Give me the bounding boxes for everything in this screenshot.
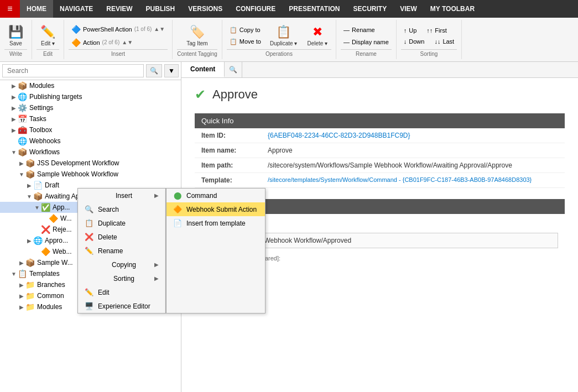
display-name-button[interactable]: — Display name <box>341 37 392 47</box>
page-title-row: ✔ Approve <box>195 87 565 102</box>
search-bar: 🔍 ▼ <box>0 62 181 80</box>
menu-publish[interactable]: PUBLISH <box>139 0 182 18</box>
tag-item-button[interactable]: 🏷️ Tag Item <box>183 23 211 48</box>
cm-exp-icon: 🖥️ <box>85 302 93 310</box>
cm-edit-icon: ✏️ <box>85 288 93 296</box>
edit-group-label: Edit <box>37 49 59 57</box>
cm-copying-icon <box>85 260 93 269</box>
approve-label: App... <box>53 203 70 211</box>
hamburger-button[interactable]: ≡ <box>0 0 20 18</box>
tree-item-modules[interactable]: ▶ 📦 Modules <box>0 80 181 91</box>
rename-icon: — <box>343 27 350 33</box>
toggle-webhook-sub <box>41 216 49 222</box>
menu-configure[interactable]: CONFIGURE <box>229 0 282 18</box>
action-button[interactable]: 🔶 Action (2 of 6) ▲▼ <box>69 36 168 49</box>
ribbon-group-rename: — Rename — Display name Rename <box>336 20 397 59</box>
cm-sorting[interactable]: Sorting ▶ <box>78 271 165 285</box>
tree-item-settings[interactable]: ▶ ⚙️ Settings <box>0 102 181 113</box>
rename-button[interactable]: — Rename <box>341 25 392 35</box>
webhooks-icon: 🌐 <box>18 137 27 145</box>
webhook-sub-icon: 🔶 <box>49 214 58 223</box>
delete-icon: ✖ <box>313 25 322 39</box>
cm-copying[interactable]: Copying ▶ <box>78 258 165 271</box>
copy-to-button[interactable]: 📋 Copy to <box>227 25 264 35</box>
page-title: Approve <box>212 87 258 102</box>
tree-item-tasks[interactable]: ▶ 📅 Tasks <box>0 113 181 124</box>
sub-webhook-submit[interactable]: 🔶 Webhook Submit Action <box>166 202 265 216</box>
jss-label: JSS Development Workflow <box>37 159 119 167</box>
tree-item-sample-webhook-workflow[interactable]: ▼ 📦 Sample Webhook Workflow <box>0 169 181 180</box>
tree-item-jss-workflow[interactable]: ▶ 📦 JSS Development Workflow <box>0 158 181 169</box>
action-chevron[interactable]: ▲▼ <box>122 39 133 45</box>
menu-presentation[interactable]: PRESENTATION <box>282 0 346 18</box>
modules-icon: 📦 <box>18 81 27 90</box>
tree-item-workflows[interactable]: ▼ 📦 Workflows <box>0 147 181 158</box>
sort-first-button[interactable]: ↑↑ First <box>424 25 449 35</box>
save-button[interactable]: 💾 Save <box>4 23 27 48</box>
item-id-row: Item ID: {6AEBF048-2234-46CC-82D3-2D948B… <box>195 128 565 143</box>
save-label: Save <box>9 40 22 46</box>
tree-item-publishing-targets[interactable]: ▶ 🌐 Publishing targets <box>0 91 181 102</box>
down-label: Down <box>409 38 424 45</box>
write-group-label: Write <box>4 49 27 57</box>
cm-edit[interactable]: ✏️ Edit <box>78 285 165 299</box>
settings-label: Settings <box>29 104 53 112</box>
sort-down-button[interactable]: ↓ Down <box>401 36 428 46</box>
cm-experience-editor[interactable]: 🖥️ Experience Editor <box>78 299 165 313</box>
delete-button[interactable]: ✖ Delete ▾ <box>303 23 331 48</box>
item-path-row: Item path: /sitecore/system/Workflows/Sa… <box>195 158 565 173</box>
cm-sorting-icon <box>85 274 93 283</box>
sort-last-button[interactable]: ↓↓ Last <box>431 36 457 46</box>
cm-duplicate-label: Duplicate <box>98 219 126 227</box>
wh-approved-icon: 🔶 <box>41 247 50 256</box>
sub-template-icon: 📄 <box>173 219 182 227</box>
sort-up-button[interactable]: ↑ Up <box>401 25 420 35</box>
item-name-row: Item name: Approve <box>195 143 565 158</box>
cm-insert-label: Insert <box>116 192 132 200</box>
cm-duplicate[interactable]: 📋 Duplicate <box>78 216 165 230</box>
cm-search-label: Search <box>98 206 119 213</box>
edit-button[interactable]: ✏️ Edit ▾ <box>37 23 59 48</box>
menu-home[interactable]: HOME <box>20 0 53 18</box>
tab-search[interactable]: 🔍 <box>225 62 242 77</box>
ribbon: 💾 Save Write ✏️ Edit ▾ Edit 🔷 PowerShell… <box>0 18 578 62</box>
display-name-label: Display name <box>352 39 389 45</box>
context-menu: Insert ▶ 🔍 Search 📋 Duplicate ❌ Delete ✏… <box>77 188 166 313</box>
menu-security[interactable]: SECURITY <box>347 0 394 18</box>
cm-insert[interactable]: Insert ▶ <box>78 189 165 202</box>
powershell-chevron[interactable]: ▲▼ <box>154 26 165 32</box>
cm-rename[interactable]: ✏️ Rename <box>78 244 165 258</box>
menu-versions[interactable]: VERSIONS <box>181 0 229 18</box>
menu-review[interactable]: REVIEW <box>100 0 139 18</box>
move-to-button[interactable]: 📋 Move to <box>227 36 264 47</box>
tree-item-webhooks[interactable]: 🌐 Webhooks <box>0 135 181 147</box>
menu-mytoolbar[interactable]: MY TOOLBAR <box>424 0 481 18</box>
cm-delete-label: Delete <box>98 233 117 241</box>
cm-delete[interactable]: ❌ Delete <box>78 230 165 244</box>
modules2-icon: 📁 <box>25 302 35 311</box>
toggle-common: ▶ <box>18 293 25 299</box>
toggle-tasks: ▶ <box>10 116 18 122</box>
powershell-label: PowerShell Action <box>83 26 132 33</box>
tab-content[interactable]: Content <box>181 62 225 77</box>
workflows-icon: 📦 <box>18 148 27 156</box>
approved-label: Appro... <box>45 237 68 244</box>
toggle-webhooks <box>10 138 18 144</box>
sample-wf-icon: 📦 <box>25 170 35 179</box>
powershell-action-button[interactable]: 🔷 PowerShell Action (1 of 6) ▲▼ <box>69 23 168 35</box>
toggle-sample-wf: ▼ <box>18 171 25 177</box>
duplicate-label: Duplicate ▾ <box>270 40 297 46</box>
cm-search[interactable]: 🔍 Search <box>78 202 165 216</box>
sub-command[interactable]: ⬤ Command <box>166 189 265 202</box>
search-input[interactable] <box>2 64 144 77</box>
tree-item-toolbox[interactable]: ▶ 🧰 Toolbox <box>0 124 181 135</box>
modules-label: Modules <box>29 82 54 90</box>
duplicate-button[interactable]: 📋 Duplicate ▾ <box>266 23 301 48</box>
menu-navigate[interactable]: NAVIGATE <box>53 0 100 18</box>
toggle-approve: ▼ <box>33 205 41 211</box>
search-dropdown-button[interactable]: ▼ <box>164 64 179 77</box>
sub-insert-template[interactable]: 📄 Insert from template <box>166 216 265 230</box>
menu-view[interactable]: VIEW <box>393 0 424 18</box>
search-button[interactable]: 🔍 <box>146 64 162 77</box>
powershell-icon: 🔷 <box>71 25 81 34</box>
